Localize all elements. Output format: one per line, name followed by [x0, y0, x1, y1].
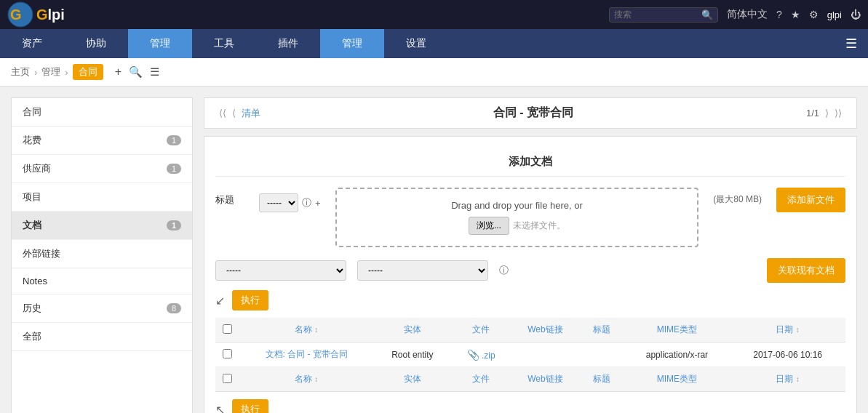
row-name[interactable]: 文档: 合同 - 宽带合同 [239, 342, 373, 367]
favorite-icon[interactable]: ★ [791, 9, 800, 20]
sidebar-label-contract: 合同 [23, 105, 41, 119]
last-page-icon[interactable]: ⟩⟩ [835, 108, 842, 119]
add-title-icon[interactable]: + [315, 198, 321, 209]
col-weblink[interactable]: Web链接 [511, 318, 580, 342]
breadcrumb: 主页 › 管理 › 合同 + 🔍 ☰ [0, 58, 868, 87]
search-input[interactable] [614, 9, 701, 20]
col-mime-bottom[interactable]: MIME类型 [624, 367, 730, 392]
sidebar-label-project: 项目 [23, 191, 41, 204]
nav-manage2[interactable]: 管理 [320, 29, 384, 58]
col-title-bottom[interactable]: 标题 [580, 367, 624, 392]
browse-button[interactable]: 浏览... [469, 217, 509, 235]
execute-bottom-button[interactable]: 执行 [232, 399, 268, 413]
col-date[interactable]: 日期 ↕ [730, 318, 845, 342]
nav-manage1[interactable]: 管理 [128, 29, 192, 58]
col-name-bottom[interactable]: 名称 ↕ [239, 367, 373, 392]
username: glpi [827, 9, 842, 20]
info-icon[interactable]: ⓘ [302, 196, 311, 209]
sidebar-item-history[interactable]: 历史 8 [12, 294, 192, 323]
add-file-button[interactable]: 添加新文件 [776, 188, 845, 212]
list-icon[interactable]: ☰ [150, 65, 159, 79]
select-all-checkbox-footer[interactable] [215, 367, 239, 392]
sidebar-item-contract[interactable]: 合同 [12, 98, 192, 127]
breadcrumb-home[interactable]: 主页 [11, 65, 30, 79]
link-existing-row: ----- ----- ⓘ 关联现有文档 [215, 258, 845, 283]
doc-section: 添加文档 标题 ----- ⓘ + Drag and drop your fil… [204, 136, 857, 413]
nav-assist[interactable]: 协助 [64, 29, 128, 58]
sort-down-icon[interactable]: ↙ [215, 294, 225, 308]
max-size-label: (最大80 MB) [713, 188, 762, 206]
row-file[interactable]: 📎 .zip [451, 342, 511, 367]
top-right-bar: 🔍 简体中文 ? ★ ⚙ glpi ⏻ [609, 7, 861, 23]
nav-plugins[interactable]: 插件 [256, 29, 320, 58]
select-all-checkbox-header[interactable] [215, 318, 239, 342]
execute-top-button[interactable]: 执行 [232, 290, 268, 310]
help-icon[interactable]: ? [776, 9, 782, 20]
select-all-checkbox-bottom[interactable] [223, 374, 232, 383]
settings-icon[interactable]: ⚙ [809, 9, 819, 20]
left-sidebar: 合同 花费 1 供应商 1 项目 文档 1 外部链接 Notes 历史 8 全部 [11, 97, 193, 413]
drop-zone[interactable]: Drag and drop your file here, or 浏览... 未… [335, 188, 699, 247]
page-counter: 1/1 [806, 108, 819, 119]
title-select-area: ----- ⓘ + [259, 188, 321, 212]
nav-assets[interactable]: 资产 [0, 29, 64, 58]
nav-settings[interactable]: 设置 [384, 29, 448, 58]
col-title[interactable]: 标题 [580, 318, 624, 342]
sidebar-label-all: 全部 [23, 330, 41, 343]
title-dropdown[interactable]: ----- [259, 193, 298, 212]
breadcrumb-contract[interactable]: 合同 [73, 64, 103, 80]
col-file[interactable]: 文件 [451, 318, 511, 342]
search-breadcrumb-icon[interactable]: 🔍 [129, 65, 143, 79]
nav-tools[interactable]: 工具 [192, 29, 256, 58]
col-weblink-bottom[interactable]: Web链接 [511, 367, 580, 392]
lang-switch[interactable]: 简体中文 [727, 8, 768, 21]
link-existing-button[interactable]: 关联现有文档 [767, 258, 845, 283]
col-name[interactable]: 名称 ↕ [239, 318, 373, 342]
search-icon[interactable]: 🔍 [701, 9, 713, 20]
svg-text:G: G [10, 7, 22, 23]
sidebar-item-cost[interactable]: 花费 1 [12, 127, 192, 155]
select-all-checkbox[interactable] [223, 324, 232, 334]
col-entity[interactable]: 实体 [373, 318, 451, 342]
upload-row: 标题 ----- ⓘ + Drag and drop your file her… [215, 188, 845, 247]
add-icon[interactable]: + [115, 65, 122, 79]
power-icon[interactable]: ⏻ [851, 9, 861, 20]
top-bar: G Glpi 🔍 简体中文 ? ★ ⚙ glpi ⏻ [0, 0, 868, 29]
breadcrumb-manage[interactable]: 管理 [41, 65, 60, 79]
breadcrumb-sep2: › [65, 67, 68, 78]
table-row: 文档: 合同 - 宽带合同 Root entity 📎 .zip applica… [215, 342, 845, 367]
sort-up-icon[interactable]: ↖ [215, 403, 225, 414]
col-date-bottom[interactable]: 日期 ↕ [730, 367, 845, 392]
drop-text: Drag and drop your file here, or [451, 200, 583, 211]
link-info-icon[interactable]: ⓘ [499, 264, 509, 277]
sidebar-item-external[interactable]: 外部链接 [12, 240, 192, 268]
table-footer-row: 名称 ↕ 实体 文件 Web链接 标题 MIME类型 日期 ↕ [215, 367, 845, 392]
prev-page-icon[interactable]: ⟨ [232, 108, 236, 119]
next-page-icon[interactable]: ⟩ [825, 108, 829, 119]
sidebar-badge-supplier: 1 [167, 164, 181, 174]
search-box[interactable]: 🔍 [609, 7, 718, 23]
sidebar-item-project[interactable]: 项目 [12, 183, 192, 212]
page-header: ⟨⟨ ⟨ 清单 合同 - 宽带合同 1/1 ⟩ ⟩⟩ [204, 97, 857, 129]
col-mime[interactable]: MIME类型 [624, 318, 730, 342]
row-checkbox[interactable] [223, 349, 232, 358]
sidebar-item-all[interactable]: 全部 [12, 323, 192, 351]
sidebar-item-doc[interactable]: 文档 1 [12, 212, 192, 240]
row-date: 2017-06-06 10:16 [730, 342, 845, 367]
sidebar-item-supplier[interactable]: 供应商 1 [12, 155, 192, 183]
row-checkbox-cell[interactable] [215, 342, 239, 367]
logo: G Glpi [7, 1, 65, 28]
link-select-2[interactable]: ----- [357, 260, 488, 281]
row-file-ext[interactable]: .zip [482, 350, 495, 361]
sidebar-item-notes[interactable]: Notes [12, 268, 192, 294]
link-select-1[interactable]: ----- [215, 260, 346, 281]
list-link[interactable]: 清单 [242, 107, 260, 120]
nav-hamburger[interactable]: ☰ [835, 29, 868, 58]
table-top-actions: ↙ 执行 [215, 290, 845, 310]
first-page-icon[interactable]: ⟨⟨ [219, 108, 226, 119]
breadcrumb-sep1: › [34, 67, 37, 78]
col-entity-bottom[interactable]: 实体 [373, 367, 451, 392]
file-input-row: 浏览... 未选择文件。 [359, 217, 676, 235]
page-nav-left: ⟨⟨ ⟨ 清单 [219, 107, 260, 120]
col-file-bottom[interactable]: 文件 [451, 367, 511, 392]
